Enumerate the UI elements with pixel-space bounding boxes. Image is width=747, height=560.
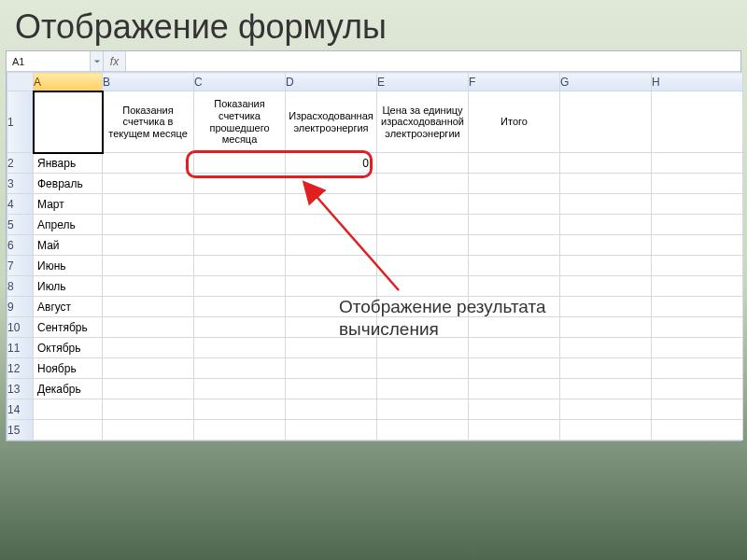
cell[interactable] (103, 215, 194, 235)
cell[interactable] (377, 420, 469, 441)
active-cell[interactable] (34, 91, 103, 153)
month-cell[interactable]: Август (34, 297, 103, 317)
cell[interactable] (469, 338, 560, 358)
cell[interactable]: Цена за единицу израсходованной электроэ… (377, 91, 469, 153)
cell[interactable] (652, 174, 743, 194)
cell[interactable] (286, 256, 377, 276)
cell[interactable] (560, 420, 652, 441)
month-cell[interactable]: Январь (34, 153, 103, 174)
month-cell[interactable]: Июль (34, 276, 103, 297)
cell[interactable] (194, 153, 286, 174)
cell[interactable] (194, 420, 286, 441)
row-header[interactable]: 8 (7, 276, 34, 297)
cell[interactable] (286, 420, 377, 441)
month-cell[interactable]: Декабрь (34, 379, 103, 399)
cell[interactable] (194, 174, 286, 194)
col-header-g[interactable]: G (560, 73, 652, 91)
cell[interactable] (194, 194, 286, 215)
row-header[interactable]: 10 (7, 317, 34, 338)
cell[interactable] (652, 235, 743, 256)
cell[interactable] (194, 399, 286, 420)
name-box-dropdown[interactable] (91, 51, 104, 71)
cell[interactable] (377, 276, 469, 297)
cell[interactable] (286, 174, 377, 194)
cell[interactable] (377, 358, 469, 379)
select-all-corner[interactable] (7, 73, 34, 91)
cell[interactable] (469, 420, 560, 441)
col-header-c[interactable]: C (194, 73, 286, 91)
row-header[interactable]: 7 (7, 256, 34, 276)
cell[interactable] (286, 338, 377, 358)
cell[interactable] (377, 215, 469, 235)
cell[interactable] (286, 399, 377, 420)
cell[interactable] (560, 358, 652, 379)
cell[interactable] (194, 317, 286, 338)
row-header[interactable]: 5 (7, 215, 34, 235)
cell[interactable] (286, 358, 377, 379)
row-header[interactable]: 14 (7, 399, 34, 420)
cell[interactable] (103, 174, 194, 194)
cell[interactable] (652, 317, 743, 338)
cell[interactable] (469, 215, 560, 235)
cell[interactable] (560, 379, 652, 399)
cell[interactable] (469, 174, 560, 194)
cell[interactable] (652, 399, 743, 420)
cell[interactable] (652, 153, 743, 174)
col-header-e[interactable]: E (377, 73, 469, 91)
cell[interactable] (469, 256, 560, 276)
cell[interactable] (34, 399, 103, 420)
cell[interactable] (103, 153, 194, 174)
cell[interactable] (652, 91, 743, 153)
cell[interactable]: Итого (469, 91, 560, 153)
cell[interactable] (560, 338, 652, 358)
cell[interactable] (34, 420, 103, 441)
cell[interactable] (652, 297, 743, 317)
row-header[interactable]: 15 (7, 420, 34, 441)
cell[interactable] (469, 276, 560, 297)
cell[interactable] (103, 338, 194, 358)
cell[interactable] (469, 399, 560, 420)
result-cell[interactable]: 0 (286, 153, 377, 174)
fx-button[interactable]: fx (104, 51, 126, 71)
formula-bar-input[interactable] (126, 51, 740, 71)
cell[interactable] (652, 215, 743, 235)
cell[interactable] (377, 235, 469, 256)
cell[interactable] (560, 174, 652, 194)
cell[interactable] (103, 235, 194, 256)
month-cell[interactable]: Ноябрь (34, 358, 103, 379)
month-cell[interactable]: Сентябрь (34, 317, 103, 338)
cell[interactable]: Израсходованная электроэнергия (286, 91, 377, 153)
cell[interactable] (652, 194, 743, 215)
cell[interactable] (194, 379, 286, 399)
cell[interactable] (286, 215, 377, 235)
cell[interactable] (286, 379, 377, 399)
cell[interactable] (194, 297, 286, 317)
cell[interactable] (652, 358, 743, 379)
name-box[interactable]: A1 (7, 51, 91, 71)
row-header[interactable]: 9 (7, 297, 34, 317)
row-header[interactable]: 11 (7, 338, 34, 358)
cell[interactable] (377, 174, 469, 194)
cell[interactable] (469, 235, 560, 256)
cell[interactable] (652, 338, 743, 358)
cell[interactable] (286, 194, 377, 215)
cell[interactable] (560, 91, 652, 153)
col-header-d[interactable]: D (286, 73, 377, 91)
cell[interactable] (560, 399, 652, 420)
cell[interactable]: Показания счетчика прошедшего месяца (194, 91, 286, 153)
col-header-h[interactable]: H (652, 73, 743, 91)
cell[interactable] (469, 194, 560, 215)
month-cell[interactable]: Март (34, 194, 103, 215)
cell[interactable] (194, 276, 286, 297)
month-cell[interactable]: Май (34, 235, 103, 256)
cell[interactable] (194, 256, 286, 276)
cell[interactable] (652, 276, 743, 297)
cell[interactable] (469, 153, 560, 174)
cell[interactable] (377, 399, 469, 420)
row-header[interactable]: 4 (7, 194, 34, 215)
row-header[interactable]: 3 (7, 174, 34, 194)
cell[interactable] (377, 338, 469, 358)
cell[interactable] (469, 358, 560, 379)
month-cell[interactable]: Апрель (34, 215, 103, 235)
cell[interactable] (286, 235, 377, 256)
